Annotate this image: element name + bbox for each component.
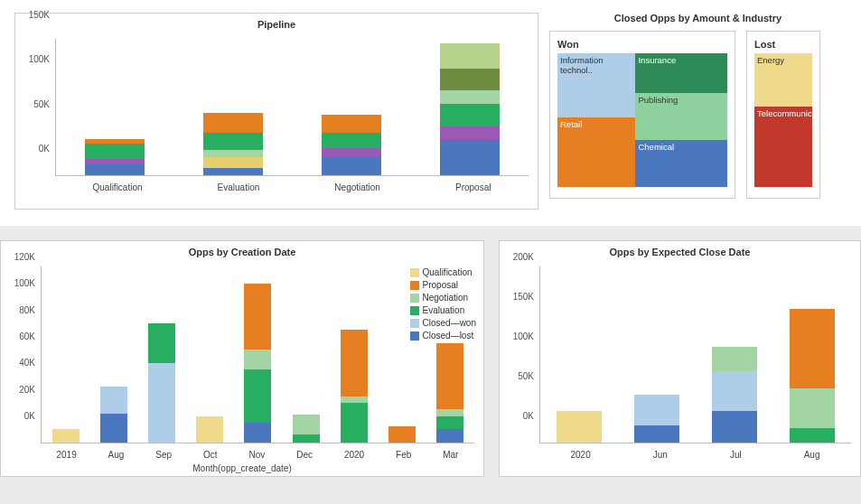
bar-segment	[196, 416, 223, 443]
treemap-won: Won Information technol..RetailInsurance…	[549, 31, 735, 199]
bar-segment	[100, 387, 127, 413]
bar-segment	[440, 126, 500, 140]
treemap-cell[interactable]: Chemical	[635, 140, 727, 187]
x-tick: Mar	[443, 450, 458, 460]
closed-opps-title: Closed Opps by Amount & Industry	[549, 13, 847, 31]
bar-segment	[244, 284, 271, 350]
bar-segment	[712, 347, 757, 370]
legend-item: Negotiation	[410, 292, 476, 304]
bar-segment	[100, 414, 127, 443]
bar-segment	[203, 157, 263, 168]
treemap-cell[interactable]: Information technol..	[557, 53, 635, 117]
bar-segment	[322, 115, 381, 133]
y-tick: 0K	[24, 411, 35, 421]
bar-segment	[436, 409, 463, 415]
bar-segment	[440, 69, 500, 91]
x-tick: Qualification	[93, 182, 143, 192]
pipeline-chart: 0K50K100K150K QualificationEvaluationNeg…	[15, 33, 538, 196]
bar-segment	[203, 168, 263, 175]
treemap-cell[interactable]: Publishing	[635, 93, 727, 140]
bar-segment	[557, 411, 602, 443]
bar-segment	[148, 363, 175, 443]
x-tick: Oct	[203, 450, 218, 460]
bar-segment	[203, 133, 263, 151]
pipeline-title: Pipeline	[15, 14, 538, 33]
bar-segment	[712, 371, 757, 411]
bar-segment	[634, 395, 679, 425]
pipeline-chart-panel: Pipeline 0K50K100K150K QualificationEval…	[14, 13, 538, 210]
expected-close-panel: Opps by Expected Close Date 0K50K100K150…	[499, 240, 861, 477]
bar-segment	[203, 150, 263, 157]
y-tick: 50K	[518, 371, 534, 381]
x-tick: Dec	[296, 450, 313, 460]
legend-swatch	[410, 281, 419, 290]
bar-segment	[440, 140, 500, 175]
x-tick: Aug	[804, 450, 820, 460]
creation-date-chart: 0K20K40K60K80K100K120K 2019AugSepOctNovD…	[1, 261, 483, 463]
y-tick: 100K	[14, 278, 35, 288]
treemap-cell[interactable]: Energy	[754, 53, 812, 107]
bar-segment	[322, 133, 381, 149]
y-tick: 150K	[513, 292, 534, 302]
y-tick: 40K	[19, 358, 35, 368]
bar-segment	[85, 164, 145, 175]
bar-segment	[440, 90, 500, 104]
legend-item: Closed—lost	[410, 330, 476, 342]
y-tick: 150K	[29, 10, 50, 20]
bar-segment	[293, 415, 320, 434]
x-tick: 2020	[344, 450, 364, 460]
x-tick: Jul	[730, 450, 742, 460]
legend-swatch	[410, 331, 419, 341]
expected-close-title: Opps by Expected Close Date	[500, 241, 860, 261]
bar-segment	[322, 148, 381, 157]
legend-item: Evaluation	[410, 304, 476, 317]
y-tick: 60K	[19, 331, 35, 341]
x-tick: Feb	[396, 450, 411, 460]
treemap-lost: Lost EnergyTelecommunic..	[746, 31, 820, 199]
creation-date-panel: Opps by Creation Date 0K20K40K60K80K100K…	[0, 240, 484, 477]
legend-label: Closed—lost	[423, 330, 474, 342]
y-tick: 20K	[19, 384, 35, 394]
x-tick: Evaluation	[218, 182, 260, 192]
x-tick: Aug	[108, 450, 125, 460]
legend-label: Closed—won	[423, 317, 476, 330]
legend-label: Qualification	[423, 266, 473, 279]
creation-xlabel: Month(opp_create_date)	[1, 463, 483, 473]
y-tick: 0K	[523, 411, 534, 421]
creation-date-title: Opps by Creation Date	[1, 241, 483, 261]
bar-segment	[712, 411, 757, 443]
legend-item: Closed—won	[410, 317, 476, 330]
bar-segment	[341, 330, 368, 396]
y-tick: 120K	[14, 252, 35, 262]
bar-segment	[148, 323, 175, 363]
creation-date-legend: QualificationProposalNegotiationEvaluati…	[410, 266, 476, 342]
bar-segment	[203, 113, 263, 133]
bar-segment	[436, 429, 463, 443]
x-tick: Negotiation	[334, 182, 380, 192]
legend-swatch	[410, 319, 419, 328]
bar-segment	[790, 428, 835, 443]
legend-label: Evaluation	[423, 304, 465, 317]
expected-close-chart: 0K50K100K150K200K 2020JunJulAug	[500, 261, 860, 463]
treemap-cell[interactable]: Retail	[557, 117, 635, 187]
bar-segment	[52, 429, 80, 443]
treemap-cell[interactable]: Insurance	[635, 53, 727, 93]
y-tick: 100K	[29, 54, 50, 64]
bar-segment	[322, 157, 381, 175]
y-tick: 0K	[39, 144, 50, 154]
bar-segment	[293, 434, 320, 443]
bar-segment	[341, 397, 368, 403]
bar-segment	[244, 423, 271, 443]
bar-segment	[244, 369, 271, 423]
x-tick: Nov	[248, 450, 265, 460]
bar-segment	[440, 104, 500, 126]
legend-label: Negotiation	[423, 292, 469, 304]
bar-segment	[790, 309, 835, 388]
lost-label: Lost	[754, 39, 812, 50]
legend-item: Proposal	[410, 279, 476, 292]
won-label: Won	[557, 39, 727, 50]
closed-opps-panel: Closed Opps by Amount & Industry Won Inf…	[549, 13, 847, 210]
x-tick: Proposal	[455, 182, 491, 192]
legend-swatch	[410, 268, 419, 277]
treemap-cell[interactable]: Telecommunic..	[754, 107, 812, 187]
